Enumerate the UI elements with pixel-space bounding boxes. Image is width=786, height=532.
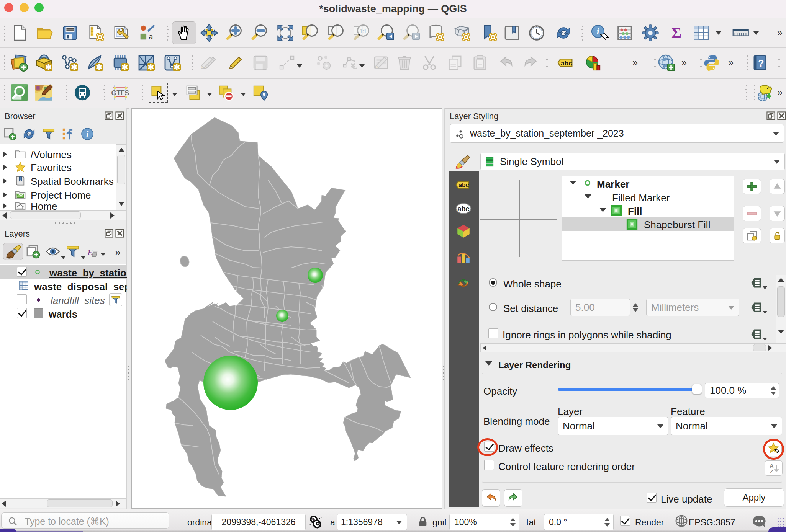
- svg-text:GTFS: GTFS: [111, 89, 129, 97]
- svg-text:✱: ✱: [95, 62, 102, 72]
- svg-text:»: »: [777, 87, 783, 98]
- svg-text:A: A: [770, 463, 773, 469]
- svg-text:»: »: [681, 57, 687, 68]
- svg-text:1:1: 1:1: [360, 28, 367, 34]
- svg-text:✱: ✱: [121, 62, 128, 72]
- svg-text:Σ: Σ: [671, 24, 681, 41]
- svg-text:»: »: [632, 57, 638, 68]
- svg-text:i: i: [597, 26, 599, 36]
- svg-text:Z: Z: [770, 468, 773, 475]
- svg-text:a: a: [149, 32, 153, 41]
- svg-text:i: i: [86, 129, 89, 139]
- svg-text:✱: ✱: [45, 62, 52, 72]
- svg-text:abc: abc: [457, 205, 470, 213]
- svg-text:?: ?: [758, 58, 764, 69]
- svg-text:abc: abc: [561, 59, 572, 67]
- svg-text:»: »: [777, 27, 783, 38]
- svg-text:✱: ✱: [70, 62, 77, 72]
- svg-text:✱: ✱: [173, 62, 180, 72]
- svg-text:✱: ✱: [147, 62, 154, 72]
- svg-text:»: »: [728, 57, 734, 68]
- svg-text:abc: abc: [458, 182, 469, 188]
